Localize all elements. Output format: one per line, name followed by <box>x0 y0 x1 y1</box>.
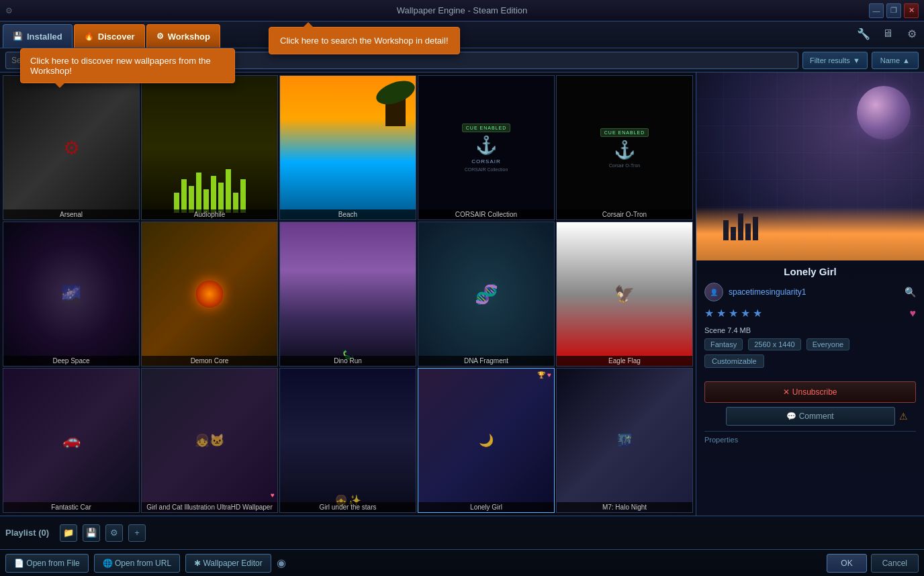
heart-icon[interactable]: ♥ <box>910 307 917 320</box>
wallpaper-item-corsair-collection[interactable]: CUE ENABLED ⚓ CORSAIR CORSAIR Collection… <box>418 75 555 220</box>
scene-size: Scene 7.4 MB <box>704 326 751 334</box>
wallpaper-item-arsenal[interactable]: ⚙ Arsenal <box>3 75 140 220</box>
workshop-icon: ⚙ <box>156 32 164 41</box>
ok-button[interactable]: OK <box>827 554 866 573</box>
wallpaper-item-dino-run[interactable]: 🦕 Dino Run <box>279 222 416 367</box>
unsubscribe-label: ✕ Unsubscribe <box>783 387 837 397</box>
right-panel: Lonely Girl 👤 spacetimesingularity1 🔍 ★ … <box>696 73 924 516</box>
genre-tag: Fantasy <box>704 338 743 350</box>
wallpaper-item-m7-halo-night[interactable]: 🌃 M7: Halo Night <box>556 368 693 513</box>
center-area: ⚙ Arsenal Audiophile Beach CUE ENABLED ⚓… <box>0 73 696 516</box>
playlist-label: Playlist (0) <box>5 528 49 538</box>
playlist-add-button[interactable]: + <box>128 524 146 542</box>
comment-label: 💬 Comment <box>786 412 833 421</box>
wallpaper-item-audiophile[interactable]: Audiophile <box>141 75 278 220</box>
author-name[interactable]: spacetimesingularity1 <box>729 287 899 297</box>
wallpaper-thumb-demon-core <box>142 222 277 366</box>
wallpaper-thumb-girl-under-stars: 👧✨ <box>280 369 416 512</box>
gear-icon[interactable]: ⚙ <box>903 24 921 43</box>
tooltip-discover-text: Click here to discover new wallpapers fr… <box>30 56 211 76</box>
tooltip-workshop-arrow <box>303 22 314 28</box>
star-3: ★ <box>729 307 738 320</box>
playlist-settings-button[interactable]: ⚙ <box>105 524 123 542</box>
main-content: ⚙ Arsenal Audiophile Beach CUE ENABLED ⚓… <box>0 73 924 516</box>
playlist-bar: Playlist (0) 📁 💾 ⚙ + <box>0 516 924 549</box>
wallpaper-item-demon-core[interactable]: Demon Core <box>141 222 278 367</box>
wallpaper-label-girl-under-stars: Girl under the stars <box>280 502 416 512</box>
wallpaper-label-corsair-collection: CORSAIR Collection <box>418 209 554 220</box>
star-1: ★ <box>704 307 714 320</box>
wallpaper-thumb-beach <box>280 76 416 220</box>
wallpaper-item-dna-fragment[interactable]: 🧬 DNA Fragment <box>418 222 555 367</box>
scene-size-row: Scene 7.4 MB <box>704 325 916 336</box>
restore-button[interactable]: ❐ <box>886 3 901 18</box>
author-row: 👤 spacetimesingularity1 🔍 <box>704 283 916 301</box>
girl-cat-heart: ♥ <box>271 491 275 499</box>
wallpaper-label-girl-and-cat: Girl and Cat Illustration UltraHD Wallpa… <box>142 502 277 512</box>
wallpaper-label-dino-run: Dino Run <box>280 356 416 366</box>
wallpaper-thumb-girl-and-cat: 👧🐱 <box>142 369 277 512</box>
playlist-folder-button[interactable]: 📁 <box>60 524 77 542</box>
properties-section-label: Properties <box>704 431 916 444</box>
sort-label: Name <box>880 56 900 64</box>
wallpaper-thumb-dna-fragment: 🧬 <box>418 222 554 366</box>
wallpaper-item-fantastic-car[interactable]: 🚗 Fantastic Car <box>3 368 140 513</box>
wallpaper-label-demon-core: Demon Core <box>142 356 277 366</box>
filter-button[interactable]: Filter results ▼ <box>802 52 868 69</box>
wallpaper-item-eagle-flag[interactable]: 🦅 Eagle Flag <box>556 222 693 367</box>
tooltip-workshop: Click here to search the Workshop in det… <box>269 27 460 54</box>
installed-icon: 💾 <box>13 32 23 41</box>
tooltip-discover: Click here to discover new wallpapers fr… <box>20 48 235 83</box>
wallpaper-thumb-corsair-collection: CUE ENABLED ⚓ CORSAIR CORSAIR Collection <box>418 76 554 220</box>
discover-icon: 🔥 <box>84 32 94 41</box>
customizable-badge: Customizable <box>704 354 764 368</box>
playlist-save-button[interactable]: 💾 <box>83 524 100 542</box>
open-url-label: 🌐 Open from URL <box>103 559 171 568</box>
wallpaper-thumb-lonely-girl: 🌙 <box>418 369 554 512</box>
sort-button[interactable]: Name ▲ <box>872 52 919 69</box>
monitor-icon[interactable]: 🖥 <box>878 24 897 43</box>
unsubscribe-button[interactable]: ✕ Unsubscribe <box>704 381 916 403</box>
window-title: Wallpaper Engine - Steam Edition <box>397 5 528 15</box>
title-bar: ⚙ Wallpaper Engine - Steam Edition — ❐ ✕ <box>0 0 924 21</box>
open-from-file-button[interactable]: 📄 Open from File <box>5 554 89 573</box>
tab-workshop-label: Workshop <box>168 32 210 42</box>
wallpaper-label-fantastic-car: Fantastic Car <box>3 502 139 512</box>
wallpaper-item-lonely-girl[interactable]: 🏆♥ 🌙 Lonely Girl <box>418 368 555 513</box>
cancel-button[interactable]: Cancel <box>871 554 919 573</box>
wallpaper-thumb-deep-space: 🌌 <box>3 222 139 366</box>
title-controls: — ❐ ✕ <box>869 3 919 18</box>
tab-discover-label: Discover <box>98 32 135 42</box>
comment-row: 💬 Comment ⚠ <box>704 407 916 426</box>
comment-button[interactable]: 💬 Comment <box>726 407 895 426</box>
right-panel-info: Lonely Girl 👤 spacetimesingularity1 🔍 ★ … <box>696 260 924 449</box>
wallpaper-label-dna-fragment: DNA Fragment <box>418 356 554 366</box>
wallpaper-editor-button[interactable]: ✱ Wallpaper Editor <box>185 554 271 573</box>
wallpaper-item-deep-space[interactable]: 🌌 Deep Space <box>3 222 140 367</box>
selected-wallpaper-title: Lonely Girl <box>704 266 916 277</box>
ok-cancel-group: OK Cancel <box>827 554 919 573</box>
wallpaper-item-girl-under-stars[interactable]: 👧✨ Girl under the stars <box>279 368 416 513</box>
open-from-url-button[interactable]: 🌐 Open from URL <box>94 554 180 573</box>
tab-installed-label: Installed <box>27 32 62 42</box>
steam-icon: ⚙ <box>5 6 13 15</box>
wallpaper-label-beach: Beach <box>280 209 416 220</box>
wallpaper-item-beach[interactable]: Beach <box>279 75 416 220</box>
star-5: ★ <box>753 307 762 320</box>
center-action-area: ✱ Wallpaper Editor ◉ <box>185 554 821 573</box>
wallpaper-grid: ⚙ Arsenal Audiophile Beach CUE ENABLED ⚓… <box>0 73 696 516</box>
close-button[interactable]: ✕ <box>904 3 919 18</box>
action-bar: 📄 Open from File 🌐 Open from URL ✱ Wallp… <box>0 549 924 576</box>
tab-installed[interactable]: 💾 Installed <box>3 24 73 48</box>
tab-workshop[interactable]: ⚙ Workshop <box>146 24 220 48</box>
wallpaper-thumb-dino-run: 🦕 <box>280 222 416 366</box>
star-4: ★ <box>741 307 750 320</box>
wallpaper-item-corsair-o-tron[interactable]: CUE ENABLED ⚓ Corsair O-Tron Corsair O-T… <box>556 75 693 220</box>
minimize-button[interactable]: — <box>869 3 884 18</box>
wrench-icon[interactable]: 🔧 <box>854 24 873 43</box>
wallpaper-item-girl-and-cat[interactable]: ♥ 👧🐱 Girl and Cat Illustration UltraHD W… <box>141 368 278 513</box>
wallpaper-label-lonely-girl: Lonely Girl <box>418 502 554 512</box>
tab-discover[interactable]: 🔥 Discover <box>74 24 145 48</box>
wallpaper-label-corsair-o-tron: Corsair O-Tron <box>557 209 692 220</box>
author-search-icon[interactable]: 🔍 <box>905 287 916 297</box>
